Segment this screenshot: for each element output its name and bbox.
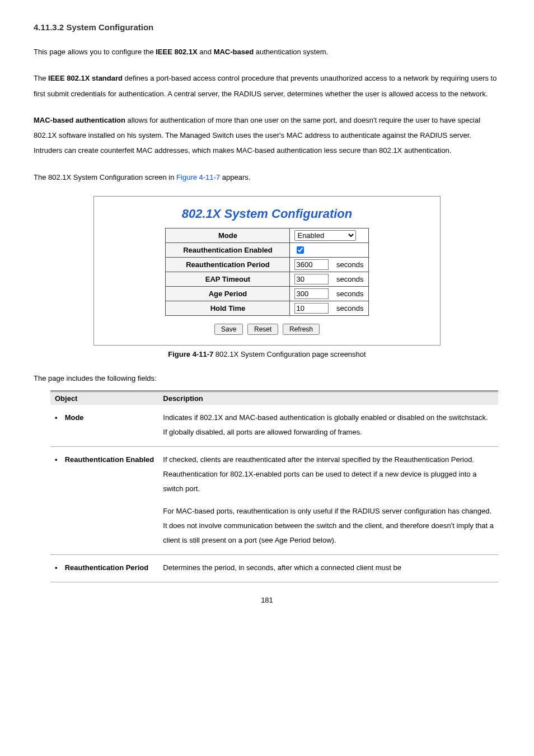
intro-para-4: The 802.1X System Configuration screen i… [34, 170, 500, 185]
text: This page allows you to configure the [34, 48, 156, 56]
object-name: Reauthentication Period [65, 563, 149, 572]
cell: Enabled [290, 228, 368, 243]
config-table: Mode Enabled Reauthentication Enabled Re… [165, 228, 368, 316]
cell: seconds [290, 287, 368, 301]
page-number: 181 [34, 596, 500, 604]
row-label: Mode [166, 228, 290, 243]
text: and [199, 48, 213, 56]
figure-title: 802.1X System Configuration [102, 207, 432, 221]
desc-text: If checked, clients are reauthenticated … [163, 452, 494, 496]
cell [290, 243, 368, 258]
reauth-enabled-checkbox[interactable] [297, 246, 304, 254]
caption-prefix: Figure 4-11-7 [168, 350, 213, 358]
object-name: Reauthentication Enabled [65, 455, 154, 464]
figure-link[interactable]: Figure 4-11-7 [176, 173, 220, 181]
cell: seconds [290, 272, 368, 287]
cell: seconds [290, 301, 368, 316]
table-row: Hold Time seconds [166, 301, 368, 316]
text: appears. [222, 173, 251, 181]
hold-time-input[interactable] [294, 303, 329, 314]
refresh-button[interactable]: Refresh [283, 324, 320, 335]
text-bold: MAC-based authentication [34, 116, 125, 124]
table-row: • Reauthentication Period Determines the… [50, 555, 498, 582]
object-desc-cell: Determines the period, in seconds, after… [158, 555, 498, 582]
intro-para-2: The IEEE 802.1X standard defines a port-… [34, 71, 500, 101]
figure-caption: Figure 4-11-7 802.1X System Configuratio… [34, 350, 500, 358]
intro-para-3: MAC-based authentication allows for auth… [34, 113, 500, 158]
row-label: Reauthentication Period [166, 258, 290, 272]
object-name-cell: • Reauthentication Period [50, 555, 158, 582]
fields-table: Object Description • Mode Indicates if 8… [50, 390, 498, 582]
table-header-row: Object Description [50, 391, 498, 405]
row-label: Hold Time [166, 301, 290, 316]
button-row: Save Reset Refresh [102, 324, 432, 335]
row-label: Reauthentication Enabled [166, 243, 290, 258]
table-row: Mode Enabled [166, 228, 368, 243]
page-root: 4.11.3.2 System Configuration This page … [0, 0, 534, 621]
text: authentication system. [256, 48, 328, 56]
table-row: Age Period seconds [166, 287, 368, 301]
reset-button[interactable]: Reset [247, 324, 278, 335]
col-header-description: Description [158, 391, 498, 405]
age-period-input[interactable] [294, 288, 329, 299]
text-bold: IEEE 802.1X standard [48, 74, 123, 82]
unit-label: seconds [336, 260, 363, 269]
table-row: Reauthentication Enabled [166, 243, 368, 258]
object-desc-cell: Indicates if 802.1X and MAC-based authen… [158, 405, 498, 447]
object-name: Mode [65, 413, 84, 422]
object-desc-cell: If checked, clients are reauthenticated … [158, 447, 498, 555]
desc-text: Determines the period, in seconds, after… [163, 561, 494, 575]
unit-label: seconds [336, 275, 363, 283]
text-bold: IEEE 802.1X [156, 48, 197, 56]
cell: seconds [290, 258, 368, 272]
col-header-object: Object [50, 391, 158, 405]
object-name-cell: • Mode [50, 405, 158, 447]
fields-intro: The page includes the following fields: [34, 374, 500, 382]
mode-select[interactable]: Enabled [294, 230, 356, 241]
caption-text: 802.1X System Configuration page screens… [216, 350, 366, 358]
eap-timeout-input[interactable] [294, 274, 329, 284]
figure-box: 802.1X System Configuration Mode Enabled… [93, 196, 441, 346]
row-label: Age Period [166, 287, 290, 301]
desc-text: Indicates if 802.1X and MAC-based authen… [163, 410, 494, 440]
bullet-icon: • [55, 452, 63, 467]
table-row: • Mode Indicates if 802.1X and MAC-based… [50, 405, 498, 447]
row-label: EAP Timeout [166, 272, 290, 287]
table-row: EAP Timeout seconds [166, 272, 368, 287]
save-button[interactable]: Save [214, 324, 243, 335]
bullet-icon: • [55, 410, 63, 425]
object-name-cell: • Reauthentication Enabled [50, 447, 158, 555]
table-row: Reauthentication Period seconds [166, 258, 368, 272]
unit-label: seconds [336, 304, 363, 312]
unit-label: seconds [336, 290, 363, 298]
intro-para-1: This page allows you to configure the IE… [34, 44, 500, 59]
text-bold: MAC-based [214, 48, 254, 56]
section-title: 4.11.3.2 System Configuration [34, 22, 500, 32]
bullet-icon: • [55, 561, 63, 575]
text: The 802.1X System Configuration screen i… [34, 173, 176, 181]
reauth-period-input[interactable] [294, 259, 329, 270]
table-row: • Reauthentication Enabled If checked, c… [50, 447, 498, 555]
desc-text: For MAC-based ports, reauthentication is… [163, 504, 494, 548]
text: The [34, 74, 48, 82]
